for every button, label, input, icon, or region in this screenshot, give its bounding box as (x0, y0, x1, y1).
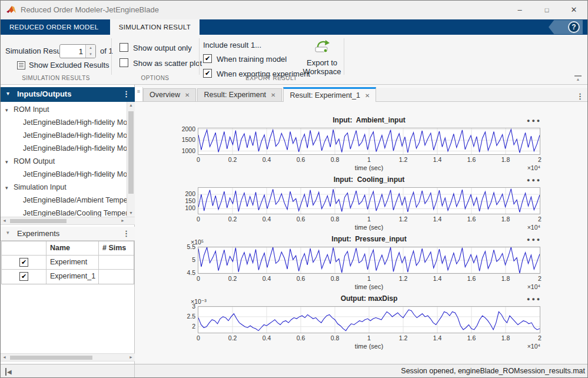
tree-item[interactable]: JetEngineBlade/High-fidelity Mo (1, 129, 127, 142)
x-tick-label: 1.8 (497, 275, 514, 282)
simulation-result-spinner[interactable]: ▲ ▼ (59, 44, 96, 58)
plot-axes[interactable] (198, 128, 540, 155)
experiment-checkbox[interactable]: ✔ (19, 272, 28, 281)
plot-axes[interactable] (198, 247, 540, 274)
scrollbar-thumb[interactable] (10, 219, 67, 223)
minimize-button[interactable]: – (506, 1, 533, 19)
close-button[interactable]: ✕ (560, 1, 587, 19)
plot-options-icon[interactable]: ●●● (527, 118, 542, 124)
collapse-node-icon[interactable]: ▾ (5, 181, 14, 194)
tree-group-label: Simulation Input (14, 183, 67, 191)
scroll-left-icon[interactable]: ◄ (2, 217, 6, 224)
spinner-steppers[interactable]: ▲ ▼ (85, 45, 95, 58)
x-tick-label: 1.2 (394, 215, 412, 223)
table-row[interactable]: ✔ Experiment (2, 256, 134, 270)
panel-grip-icon[interactable]: ≡ (135, 87, 143, 101)
y-tick-label: 3 (170, 303, 195, 310)
plot-axes[interactable] (198, 187, 540, 214)
collapse-panel-icon[interactable]: ▾ (6, 230, 9, 236)
show-output-only-label[interactable]: Show output only (133, 44, 192, 52)
x-tick-label: 1.2 (394, 275, 412, 282)
scrollbar-thumb[interactable] (10, 356, 92, 360)
collapse-panel-left-icon[interactable]: ◀ (5, 368, 12, 376)
x-tick-label: 0.8 (326, 334, 344, 341)
tab-result-experiment-1[interactable]: Result: Experiment_1✕ (283, 87, 376, 102)
tab-close-icon[interactable]: ✕ (365, 92, 370, 99)
tree-item[interactable]: JetEngineBlade/Ambient Temper (1, 194, 127, 207)
experiment-checkbox[interactable]: ✔ (19, 258, 28, 267)
inputs-outputs-tree[interactable]: ▾ROM Input JetEngineBlade/High-fidelity … (1, 102, 127, 217)
plot-ambient-input: Input: Ambient_input ●●● time (sec) ×10⁴… (135, 115, 588, 174)
plot-options-icon[interactable]: ●●● (527, 237, 542, 243)
x-tick-label: 0.4 (258, 275, 275, 282)
plot-pressure-input: Input: Pressure_input ●●● ×10⁵ time (sec… (135, 234, 588, 293)
tree-item[interactable]: JetEngineBlade/High-fidelity Mo (1, 142, 127, 155)
scroll-down-icon[interactable]: ▼ (127, 210, 135, 217)
tab-close-icon[interactable]: ✕ (271, 92, 275, 98)
x-tick-label: 1.8 (497, 334, 514, 341)
when-training-model-checkbox[interactable]: ✔ (203, 54, 212, 63)
x-tick-label: 1 (360, 156, 378, 163)
tree-item[interactable]: JetEngineBlade/High-fidelity Mo (1, 116, 127, 129)
x-tick-label: 1 (360, 215, 378, 223)
scroll-up-icon[interactable]: ▲ (127, 102, 135, 109)
scrollbar-thumb[interactable] (128, 111, 134, 194)
x-tick-label: 1.6 (463, 334, 480, 341)
tree-group-rom-output[interactable]: ▾ROM Output (1, 155, 127, 168)
tab-close-icon[interactable]: ✕ (185, 92, 190, 98)
show-output-only-checkbox[interactable] (119, 43, 128, 52)
y-tick-label: 2000 (170, 125, 195, 132)
plot-axes[interactable] (198, 306, 540, 333)
experiments-horizontal-scrollbar[interactable]: ◄ ► (1, 353, 135, 362)
left-panel: ▾ Inputs/Outputs ⋮ ▾ROM Input JetEngineB… (1, 85, 135, 364)
when-training-model-label[interactable]: When training model (217, 55, 287, 64)
y-tick-label: 150 (170, 197, 195, 204)
x-tick-label: 0.6 (292, 215, 310, 223)
collapse-panel-icon[interactable]: ▾ (6, 90, 9, 97)
x-tick-label: 1.6 (463, 275, 480, 282)
section-simulation-results: SIMULATION RESULTS (1, 75, 111, 81)
tree-item[interactable]: JetEngineBlade/High-fidelity Mo (1, 168, 127, 181)
inputs-outputs-header[interactable]: ▾ Inputs/Outputs ⋮ (1, 87, 135, 102)
plot-options-icon[interactable]: ●●● (527, 177, 542, 183)
show-as-scatter-plot-checkbox[interactable] (119, 58, 128, 67)
tab-simulation-result[interactable]: SIMULATION RESULT (110, 19, 200, 35)
scroll-left-icon[interactable]: ◄ (2, 354, 6, 361)
tree-item[interactable]: JetEngineBlade/Cooling Temper (1, 207, 127, 217)
spinner-down-icon[interactable]: ▼ (86, 51, 95, 58)
plot-options-icon[interactable]: ●●● (527, 296, 542, 302)
simulation-result-input[interactable] (60, 45, 85, 58)
table-row[interactable]: ✔ Experiment_1 (2, 270, 134, 284)
scroll-right-icon[interactable]: ► (129, 354, 133, 361)
show-as-scatter-plot-label[interactable]: Show as scatter plot (133, 59, 202, 68)
scroll-right-icon[interactable]: ► (121, 217, 125, 224)
panel-menu-icon[interactable]: ⋮ (122, 229, 130, 238)
section-divider (111, 38, 112, 75)
experiment-name[interactable]: Experiment_1 (46, 270, 99, 284)
experiments-header[interactable]: ▾ Experiments ⋮ (1, 227, 135, 241)
help-button[interactable]: ? (549, 20, 583, 34)
tab-reduced-order-model[interactable]: REDUCED ORDER MODEL (1, 19, 107, 35)
tab-result-experiment[interactable]: Result: Experiment✕ (197, 88, 282, 101)
panel-menu-icon[interactable]: ⋮ (122, 89, 130, 98)
table-header-row: Name # Sims (2, 241, 134, 256)
doc-tabs-menu-icon[interactable]: ⋮ (576, 92, 584, 101)
section-options: OPTIONS (111, 75, 199, 81)
tree-horizontal-scrollbar[interactable]: ◄ ► (1, 217, 135, 225)
experiment-name[interactable]: Experiment (46, 256, 99, 270)
tree-group-rom-input[interactable]: ▾ROM Input (1, 103, 127, 116)
show-excluded-results-button[interactable]: Show Excluded Results (29, 61, 109, 69)
tab-label: Result: Experiment (204, 91, 266, 99)
spinner-up-icon[interactable]: ▲ (86, 45, 95, 51)
tree-vertical-scrollbar[interactable]: ▲ ▼ (127, 102, 135, 217)
collapse-node-icon[interactable]: ▾ (5, 104, 14, 116)
x-tick-label: 0.6 (292, 156, 310, 163)
tree-group-simulation-input[interactable]: ▾Simulation Input (1, 181, 127, 194)
plot-title: Input: Pressure_input (198, 235, 540, 243)
tab-overview[interactable]: Overview✕ (143, 88, 196, 101)
collapse-node-icon[interactable]: ▾ (5, 155, 14, 168)
collapse-toolstrip-icon[interactable]: ▲ (574, 75, 582, 82)
maximize-button[interactable]: □ (533, 1, 560, 19)
plot-output-maxdisp: Output: maxDisp ●●● ×10⁻³ time (sec) ×10… (135, 293, 588, 353)
experiments-title: Experiments (17, 229, 59, 238)
